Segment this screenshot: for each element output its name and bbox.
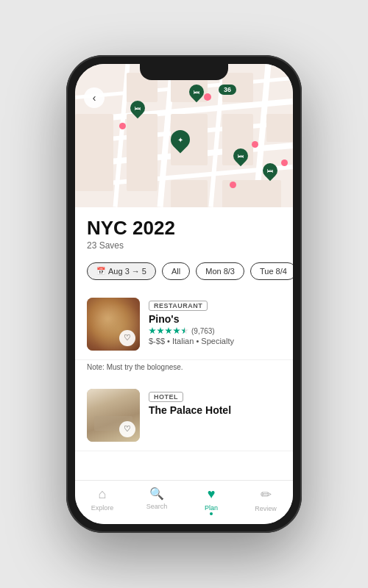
nav-review[interactable]: ✏ Review [238,487,293,515]
nav-search-label: Search [146,503,168,510]
pinos-note: Note: Must try the bolognese. [75,360,293,380]
phone-frame: ‹ 🛏 🛏 🛏 🛏 [66,55,302,533]
review-icon: ✏ [261,487,272,503]
search-icon: 🔍 [149,487,164,501]
pinos-info: RESTAURANT Pino's (9,763) $-$$ • [149,298,281,345]
pinos-image: ♡ [87,298,140,351]
filter-date-range[interactable]: 📅 Aug 3 → 5 [87,262,156,280]
phone-screen: ‹ 🛏 🛏 🛏 🛏 [75,64,293,524]
nav-explore[interactable]: ⌂ Explore [75,487,130,515]
pinos-stars [149,327,188,334]
map-heart-1 [204,93,211,101]
map-pin-restaurant-1: ✦ [171,130,190,149]
filter-tue[interactable]: Tue 8/4 [250,262,293,280]
nav-plan-label: Plan [205,504,218,512]
map-pin-hotel-3: 🛏 [233,148,248,163]
map-heart-5 [230,182,236,188]
content-header: NYC 2022 23 Saves [75,207,293,257]
pinos-tag: RESTAURANT [149,301,208,311]
nav-plan[interactable]: ♥ Plan [184,487,238,515]
pinos-desc: $-$$ • Italian • Specialty [149,337,281,345]
calendar-icon: 📅 [96,267,105,275]
place-card-pinos[interactable]: ♡ RESTAURANT Pino's (9,763) [75,289,293,360]
palace-hotel-tag: HOTEL [149,392,183,402]
back-button[interactable]: ‹ [84,87,105,108]
nav-review-label: Review [255,505,277,512]
place-card-palace-hotel[interactable]: ♡ HOTEL The Palace Hotel [75,380,293,451]
map-heart-3 [252,141,258,148]
pinos-name: Pino's [149,313,281,325]
filter-mon[interactable]: Mon 8/3 [196,262,244,280]
map-heart-2 [119,123,126,129]
map-pin-hotel-1: 🛏 [189,85,204,99]
bottom-nav: ⌂ Explore 🔍 Search ♥ Plan ✏ Review [75,480,293,524]
palace-hotel-info: HOTEL The Palace Hotel [149,389,281,418]
phone-notch [140,64,228,80]
explore-icon: ⌂ [99,487,107,502]
content-section: NYC 2022 23 Saves 📅 Aug 3 → 5 All Mon 8/… [75,207,293,480]
map-pin-hotel-4: 🛏 [263,163,277,178]
map-heart-4 [281,159,288,166]
map-pin-hotel-2: 🛏 [130,101,145,115]
nav-explore-label: Explore [91,504,114,512]
map-section: ‹ 🛏 🛏 🛏 🛏 [75,64,293,207]
filter-row: 📅 Aug 3 → 5 All Mon 8/3 Tue 8/4 [75,257,293,289]
map-number-badge: 36 [219,85,236,95]
filter-all[interactable]: All [162,262,190,280]
saves-count: 23 Saves [87,240,281,251]
pinos-favorite-button[interactable]: ♡ [119,330,135,346]
palace-hotel-image: ♡ [87,389,140,442]
pinos-rating-row: (9,763) [149,327,281,335]
pinos-review-count: (9,763) [191,327,215,335]
palace-hotel-favorite-button[interactable]: ♡ [119,421,135,437]
plan-icon: ♥ [208,487,216,502]
palace-hotel-name: The Palace Hotel [149,404,281,416]
nav-search[interactable]: 🔍 Search [130,487,184,515]
nav-plan-active-indicator [210,512,213,515]
page-title: NYC 2022 [87,218,281,239]
